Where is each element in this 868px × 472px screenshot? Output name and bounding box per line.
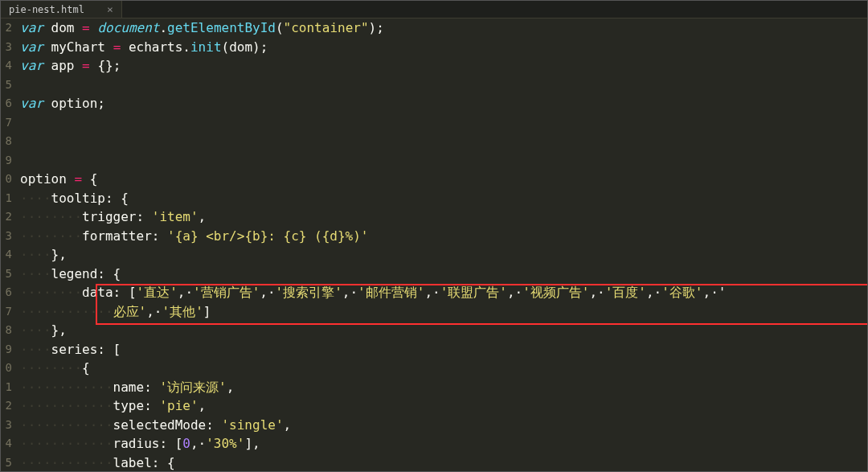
code-line: ············selectedMode: 'single', (20, 416, 867, 435)
code-line (20, 151, 867, 170)
file-tab[interactable]: pie-nest.html × (1, 1, 122, 18)
code-line: ········{ (20, 359, 867, 378)
editor-area[interactable]: 234567890123456789012345 var dom = docum… (1, 18, 867, 471)
code-line: ····}, (20, 321, 867, 340)
code-line: option = { (20, 170, 867, 189)
code-line: ········formatter: '{a} <br/>{b}: {c} ({… (20, 227, 867, 246)
close-icon[interactable]: × (107, 4, 113, 14)
code-line: var option; (20, 94, 867, 113)
code-line: ············必应',·'其他'] (20, 302, 867, 322)
code-line: ····series: [ (20, 340, 867, 359)
code-line: ············name: '访问来源', (20, 378, 867, 397)
code-line: ········trigger: 'item', (20, 207, 867, 227)
tab-bar: pie-nest.html × (1, 1, 867, 18)
line-number-gutter: 234567890123456789012345 (1, 18, 15, 471)
code-line: ····}, (20, 245, 867, 265)
code-line: ····tooltip: { (20, 189, 867, 208)
code-line: ············type: 'pie', (20, 396, 867, 416)
code-line: ········data: ['直达',·'营销广告',·'搜索引擎',·'邮件… (20, 283, 867, 302)
code-line: ····legend: { (20, 265, 867, 284)
code-line: ············radius: [0,·'30%'], (20, 434, 867, 454)
code-line: var dom = document.getElementById("conta… (20, 18, 867, 38)
code-line (20, 132, 867, 151)
code-line (20, 76, 867, 95)
code-line: var app = {}; (20, 56, 867, 76)
code-content[interactable]: var dom = document.getElementById("conta… (15, 18, 867, 471)
tab-filename: pie-nest.html (9, 4, 84, 15)
code-line: var myChart = echarts.init(dom); (20, 38, 867, 57)
code-line: ············label: { (20, 454, 867, 473)
code-line (20, 113, 867, 133)
